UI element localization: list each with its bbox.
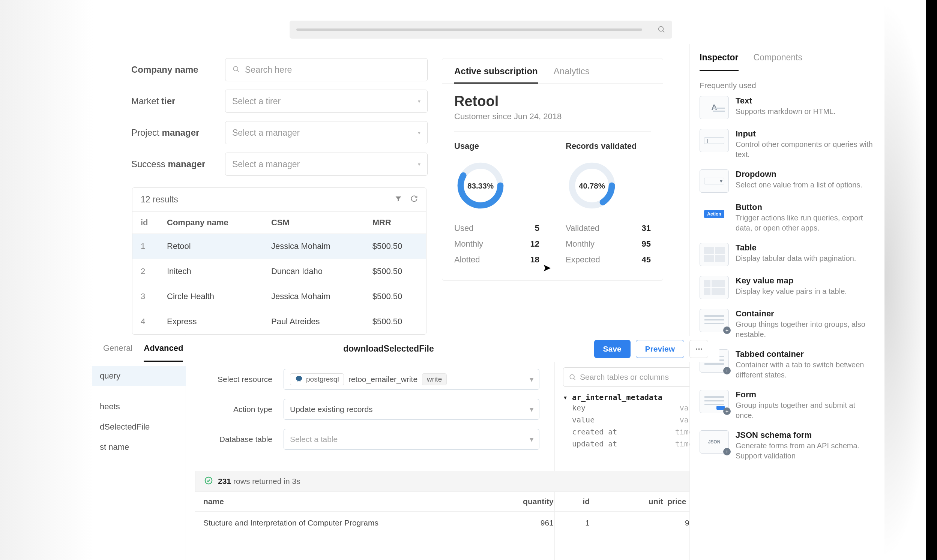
- chevron-down-icon: ▾: [530, 405, 534, 414]
- success-manager-label: Success manager: [131, 159, 225, 169]
- sidebar-item[interactable]: st name: [100, 437, 178, 457]
- col-csm[interactable]: CSM: [263, 212, 364, 234]
- sidebar-item[interactable]: heets: [100, 397, 178, 417]
- refresh-icon[interactable]: [410, 195, 418, 204]
- chevron-down-icon: ▾: [418, 130, 421, 136]
- table-row[interactable]: 2 Initech Duncan Idaho $500.50: [133, 259, 426, 284]
- dropdown-thumb-icon: ▾: [700, 169, 729, 193]
- success-check-icon: [205, 476, 213, 486]
- tab-components[interactable]: Components: [754, 44, 802, 71]
- table-thumb-icon: [700, 243, 729, 266]
- table-row[interactable]: 1 Retool Jessica Mohaim $500.50: [133, 234, 426, 259]
- col-mrr[interactable]: MRR: [364, 212, 426, 234]
- tab-general[interactable]: General: [103, 336, 133, 362]
- component-key-value-map[interactable]: Key value mapDisplay key value pairs in …: [700, 276, 875, 299]
- global-search-bar[interactable]: [290, 21, 672, 38]
- component-json-schema-form[interactable]: JSON+ JSON schema formGenerate forms fro…: [700, 430, 875, 461]
- cursor-icon: ➤: [542, 262, 551, 274]
- plus-icon: +: [723, 326, 731, 334]
- col-company[interactable]: Company name: [159, 212, 263, 234]
- action-label: Action type: [201, 405, 284, 414]
- result-row[interactable]: Stucture and Interpretation of Computer …: [195, 512, 720, 534]
- component-button[interactable]: Action ButtonTrigger actions like run qu…: [700, 202, 875, 233]
- resource-name: retoo_emailer_write: [348, 375, 418, 384]
- schema-table-name[interactable]: ▾ ar_internal_metadata: [563, 393, 711, 402]
- rcol-quantity[interactable]: quantity: [490, 492, 562, 512]
- preview-button[interactable]: Preview: [636, 340, 684, 358]
- project-manager-label: Project manager: [131, 128, 225, 138]
- usage-heading: Usage: [454, 141, 539, 151]
- sidebar-item[interactable]: dSelectedFile: [100, 417, 178, 437]
- results-count: 12 results: [141, 195, 178, 205]
- records-metric: Records validated 40.78% Validated31 Mon…: [566, 141, 651, 271]
- schema-column[interactable]: valuevarchar: [563, 414, 711, 426]
- db-type-chip: postgresql: [290, 373, 344, 385]
- success-manager-select[interactable]: Select a manager ▾: [225, 152, 428, 176]
- company-search-input[interactable]: Search here: [225, 58, 428, 82]
- postgres-icon: [295, 375, 303, 383]
- chevron-down-icon: ▾: [530, 375, 534, 384]
- table-row[interactable]: 4 Express Paul Atreides $500.50: [133, 309, 426, 334]
- usage-donut: 83.33%: [454, 159, 507, 212]
- divider: [454, 131, 651, 132]
- search-placeholder-skeleton: [296, 28, 642, 31]
- records-heading: Records validated: [566, 141, 651, 151]
- component-tabbed-container[interactable]: + Tabbed containerContainer with a tab t…: [700, 349, 875, 380]
- editor-header: General Advanced downloadSelectedFile Sa…: [92, 336, 720, 362]
- component-input[interactable]: I InputControl other components or queri…: [700, 129, 875, 160]
- project-manager-select[interactable]: Select a manager ▾: [225, 121, 428, 144]
- resource-label: Select resource: [201, 375, 284, 384]
- more-button[interactable]: ⋯: [689, 340, 708, 358]
- schema-column[interactable]: keyvarchar: [563, 402, 711, 414]
- query-result-table: name quantity id unit_price_cents Stuctu…: [195, 492, 720, 534]
- input-thumb-icon: I: [700, 129, 729, 152]
- tab-inspector[interactable]: Inspector: [700, 44, 738, 71]
- customer-since: Customer since Jun 24, 2018: [454, 112, 651, 122]
- svg-point-2: [233, 66, 238, 71]
- sidebar-item-query[interactable]: query: [92, 366, 186, 386]
- frame-right-shadow: [885, 0, 937, 560]
- plus-icon: +: [723, 367, 731, 374]
- left-vignette: [0, 0, 94, 560]
- schema-search-input[interactable]: Search tables or columns: [563, 367, 711, 387]
- schema-column[interactable]: updated_attimezone: [563, 438, 711, 450]
- svg-line-1: [663, 31, 664, 32]
- results-table-card: 12 results id Company name CSM MRR 1 Ret…: [132, 188, 427, 335]
- customer-title: Retool: [454, 93, 651, 109]
- component-table[interactable]: TableDisplay tabular data with paginatio…: [700, 243, 875, 266]
- inspector-panel: Inspector Components Frequently used A T…: [689, 44, 885, 560]
- save-button[interactable]: Save: [594, 340, 630, 358]
- market-tier-select[interactable]: Select a tirer ▾: [225, 89, 428, 113]
- resource-select[interactable]: postgresql retoo_emailer_write write ▾: [284, 369, 539, 390]
- kvmap-thumb-icon: [700, 276, 729, 299]
- component-text[interactable]: A TextSupports markdown or HTML.: [700, 96, 875, 119]
- svg-text:40.78%: 40.78%: [579, 182, 605, 190]
- database-table-select[interactable]: Select a table ▾: [284, 429, 539, 450]
- search-icon: [232, 65, 240, 75]
- component-container[interactable]: + ContainerGroup things together into gr…: [700, 309, 875, 340]
- col-id[interactable]: id: [133, 212, 159, 234]
- tab-active-subscription[interactable]: Active subscription: [454, 66, 538, 83]
- tab-analytics[interactable]: Analytics: [554, 66, 590, 83]
- company-search-placeholder: Search here: [245, 65, 292, 75]
- component-dropdown[interactable]: ▾ DropdownSelect one value from a list o…: [700, 169, 875, 193]
- company-name-label: Company name: [131, 65, 225, 75]
- subscription-panel: Active subscription Analytics Retool Cus…: [442, 58, 663, 281]
- filter-icon[interactable]: [395, 195, 402, 204]
- tab-advanced[interactable]: Advanced: [144, 336, 183, 362]
- plus-icon: +: [723, 408, 731, 415]
- table-row[interactable]: 3 Circle Health Jessica Mohaim $500.50: [133, 284, 426, 309]
- resource-mode-badge: write: [422, 373, 447, 385]
- schema-column[interactable]: created_attimezone: [563, 426, 711, 438]
- rcol-id[interactable]: id: [562, 492, 598, 512]
- action-type-select[interactable]: Update existing records ▾: [284, 399, 539, 420]
- rcol-name[interactable]: name: [195, 492, 490, 512]
- query-result-status: 231 rows returned in 3s ✕: [195, 471, 720, 492]
- rows-returned-count: 231: [218, 477, 231, 486]
- svg-line-3: [237, 70, 239, 72]
- component-form[interactable]: + FormGroup inputs together and submit a…: [700, 390, 875, 420]
- svg-line-11: [574, 378, 575, 380]
- market-tier-label: Market tier: [131, 96, 225, 106]
- button-thumb-icon: Action: [700, 202, 729, 226]
- svg-point-0: [659, 26, 664, 31]
